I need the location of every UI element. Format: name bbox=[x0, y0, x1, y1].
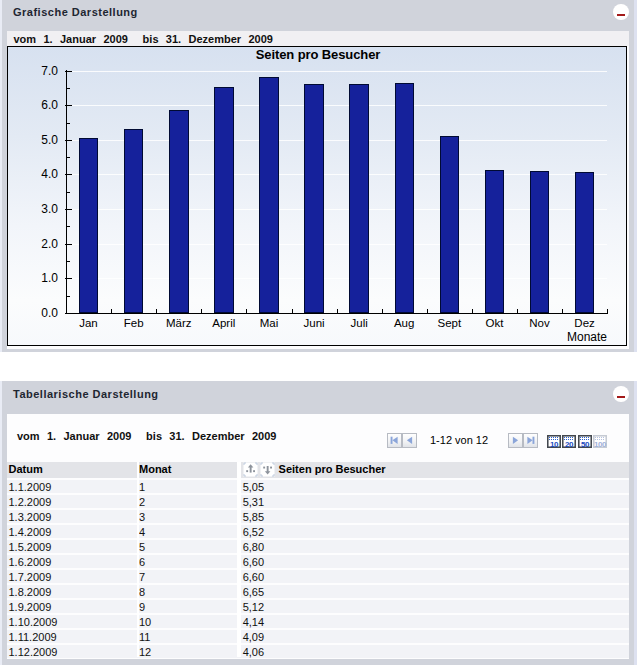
svg-text:20: 20 bbox=[565, 439, 574, 447]
svg-text:100: 100 bbox=[594, 439, 607, 447]
svg-text:50: 50 bbox=[581, 439, 590, 447]
svg-text:10: 10 bbox=[550, 439, 559, 447]
